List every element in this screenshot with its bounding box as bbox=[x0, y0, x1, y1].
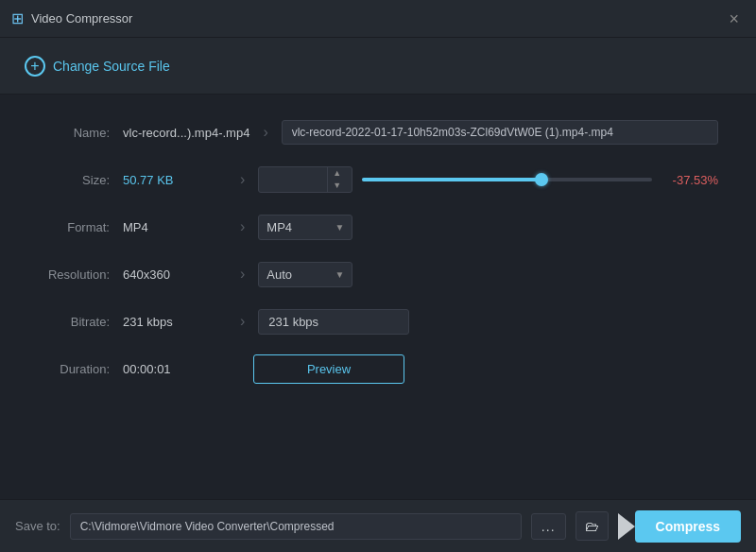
name-output-field[interactable]: vlc-record-2022-01-17-10h52m03s-ZCl69dVt… bbox=[282, 120, 718, 145]
size-slider-container: -37.53% bbox=[362, 173, 718, 187]
close-button[interactable]: × bbox=[723, 7, 745, 31]
duration-value: 00:00:01 bbox=[123, 362, 227, 376]
save-to-label: Save to: bbox=[15, 519, 60, 533]
name-value: vlc-record...).mp4-.mp4 bbox=[123, 126, 249, 140]
size-row: Size: 50.77 KB › 31.72KB ▲ ▼ -37.53% bbox=[38, 164, 718, 195]
name-row: Name: vlc-record...).mp4-.mp4 › vlc-reco… bbox=[38, 117, 718, 147]
preview-button[interactable]: Preview bbox=[253, 354, 404, 384]
change-source-button[interactable]: + Change Source File bbox=[15, 50, 180, 82]
duration-label: Duration: bbox=[38, 362, 123, 376]
format-label: Format: bbox=[38, 220, 123, 234]
resolution-row: Resolution: 640x360 › Auto ▼ bbox=[38, 259, 718, 289]
bitrate-arrow-icon: › bbox=[240, 313, 245, 330]
bottom-bar: Save to: C:\Vidmore\Vidmore Video Conver… bbox=[0, 499, 756, 552]
resolution-output: Auto ▼ bbox=[258, 262, 718, 287]
title-bar: ⊞ Video Compressor × bbox=[0, 0, 756, 38]
format-dropdown-value: MP4 bbox=[266, 220, 292, 234]
size-slider-track[interactable] bbox=[362, 178, 652, 181]
add-icon: + bbox=[25, 56, 45, 77]
format-value: MP4 bbox=[123, 220, 227, 234]
arrow-compress-group: Compress bbox=[618, 510, 741, 543]
spinbox-arrows: ▲ ▼ bbox=[327, 167, 346, 192]
main-content: Name: vlc-record...).mp4-.mp4 › vlc-reco… bbox=[0, 95, 756, 423]
resolution-label: Resolution: bbox=[38, 267, 123, 282]
format-output: MP4 ▼ bbox=[258, 215, 718, 240]
size-input[interactable]: 31.72KB bbox=[259, 168, 327, 192]
spinbox-down[interactable]: ▼ bbox=[328, 180, 346, 192]
bitrate-row: Bitrate: 231 kbps › 231 kbps bbox=[38, 306, 718, 336]
title-left: ⊞ Video Compressor bbox=[11, 9, 132, 27]
size-slider-thumb[interactable] bbox=[535, 173, 548, 186]
compress-button[interactable]: Compress bbox=[635, 510, 741, 543]
resolution-arrow-icon: › bbox=[240, 266, 245, 283]
change-source-label: Change Source File bbox=[53, 59, 170, 74]
size-value: 50.77 KB bbox=[123, 173, 227, 187]
format-arrow-icon: › bbox=[240, 218, 245, 235]
size-output: 31.72KB ▲ ▼ -37.53% bbox=[258, 166, 718, 193]
bitrate-label: Bitrate: bbox=[38, 315, 123, 329]
name-arrow-icon: › bbox=[263, 124, 267, 141]
folder-icon: 🗁 bbox=[585, 518, 599, 534]
size-spinbox[interactable]: 31.72KB ▲ ▼ bbox=[258, 166, 352, 193]
size-slider-fill bbox=[362, 178, 541, 181]
format-dropdown[interactable]: MP4 ▼ bbox=[258, 215, 352, 240]
duration-output: Preview bbox=[253, 354, 718, 384]
bitrate-value: 231 kbps bbox=[123, 315, 227, 329]
resolution-dropdown-arrow: ▼ bbox=[335, 269, 344, 280]
name-label: Name: bbox=[38, 126, 123, 140]
resolution-dropdown-value: Auto bbox=[266, 267, 292, 282]
resolution-value: 640x360 bbox=[123, 267, 227, 282]
app-icon: ⊞ bbox=[11, 9, 24, 27]
size-label: Size: bbox=[38, 173, 123, 187]
bitrate-output: 231 kbps bbox=[258, 309, 718, 335]
size-arrow-icon: › bbox=[240, 171, 245, 188]
spinbox-up[interactable]: ▲ bbox=[328, 167, 346, 180]
name-output: vlc-record-2022-01-17-10h52m03s-ZCl69dVt… bbox=[282, 120, 718, 145]
size-percent: -37.53% bbox=[662, 173, 718, 187]
resolution-dropdown[interactable]: Auto ▼ bbox=[258, 262, 352, 287]
format-row: Format: MP4 › MP4 ▼ bbox=[38, 212, 718, 242]
bitrate-field[interactable]: 231 kbps bbox=[258, 309, 409, 335]
browse-button[interactable]: ... bbox=[531, 513, 566, 540]
app-title: Video Compressor bbox=[31, 11, 132, 26]
compress-arrow-shape bbox=[618, 513, 635, 540]
toolbar: + Change Source File bbox=[0, 38, 756, 95]
format-dropdown-arrow: ▼ bbox=[335, 222, 344, 233]
duration-row: Duration: 00:00:01 Preview bbox=[38, 354, 718, 384]
save-path-field[interactable]: C:\Vidmore\Vidmore Video Converter\Compr… bbox=[70, 513, 522, 540]
open-folder-button[interactable]: 🗁 bbox=[576, 511, 609, 541]
